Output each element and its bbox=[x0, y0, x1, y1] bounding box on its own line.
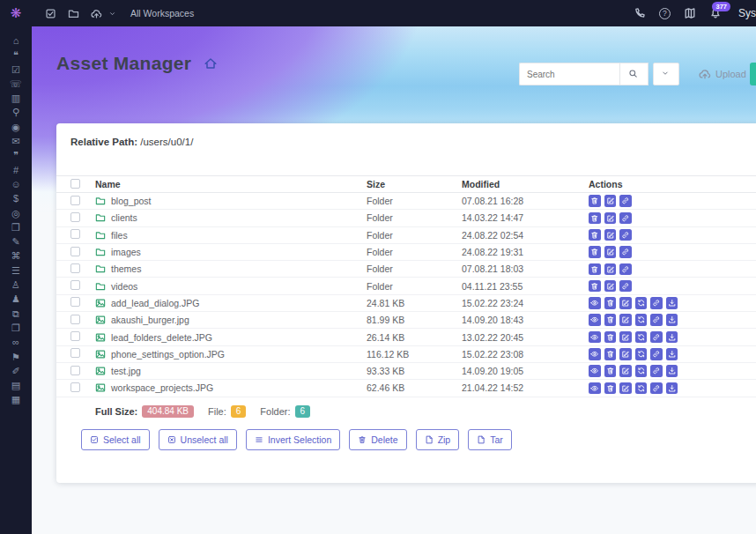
row-checkbox[interactable] bbox=[70, 212, 80, 222]
sync-action-button[interactable] bbox=[635, 382, 648, 395]
phone-icon[interactable]: ☏ bbox=[10, 78, 22, 89]
row-checkbox[interactable] bbox=[70, 196, 80, 205]
tag-icon[interactable]: ⚑ bbox=[11, 352, 20, 362]
file-name[interactable]: files bbox=[111, 230, 128, 241]
search-options-button[interactable] bbox=[653, 63, 679, 85]
view-action-button[interactable] bbox=[589, 314, 601, 326]
grid-icon[interactable]: ▦ bbox=[11, 394, 20, 404]
delete-action-button[interactable] bbox=[589, 280, 601, 293]
download-action-button[interactable] bbox=[666, 297, 678, 309]
workspace-selector[interactable]: All Workspaces bbox=[130, 8, 194, 19]
add-user-icon[interactable]: ☺ bbox=[11, 179, 20, 189]
file-name[interactable]: themes bbox=[111, 263, 141, 274]
file-name[interactable]: clients bbox=[111, 212, 137, 223]
view-action-button[interactable] bbox=[589, 365, 601, 377]
mail-icon[interactable]: ✉ bbox=[11, 136, 19, 146]
row-checkbox[interactable] bbox=[70, 297, 80, 307]
file-name[interactable]: videos bbox=[111, 281, 137, 292]
link-action-button[interactable] bbox=[650, 382, 663, 395]
edit-action-button[interactable] bbox=[619, 365, 632, 377]
edit-action-button[interactable] bbox=[604, 195, 617, 207]
eye-icon[interactable]: ◉ bbox=[11, 122, 20, 132]
row-checkbox[interactable] bbox=[70, 280, 80, 290]
delete-action-button[interactable] bbox=[604, 348, 617, 360]
user-menu[interactable]: System bbox=[738, 7, 756, 19]
edit-action-button[interactable] bbox=[604, 229, 617, 241]
row-checkbox[interactable] bbox=[70, 366, 80, 375]
tasks-icon[interactable]: ☑ bbox=[11, 64, 20, 75]
list-icon[interactable]: ☰ bbox=[11, 265, 20, 276]
home-icon[interactable] bbox=[204, 56, 218, 70]
hash-icon[interactable]: # bbox=[13, 165, 19, 175]
link-action-button[interactable] bbox=[619, 212, 632, 225]
link-action-button[interactable] bbox=[650, 348, 663, 360]
tar-button[interactable]: Tar bbox=[468, 429, 512, 450]
infinity-icon[interactable]: ∞ bbox=[12, 337, 19, 347]
row-checkbox[interactable] bbox=[70, 382, 80, 392]
view-action-button[interactable] bbox=[589, 297, 601, 309]
chevron-down-icon[interactable] bbox=[108, 10, 116, 18]
notifications-bell-icon[interactable]: 377 bbox=[709, 7, 722, 19]
download-action-button[interactable] bbox=[666, 314, 678, 326]
cloud-upload-icon[interactable] bbox=[91, 8, 102, 19]
edit-action-button[interactable] bbox=[604, 246, 617, 258]
edit-action-button[interactable] bbox=[619, 297, 632, 309]
row-checkbox[interactable] bbox=[70, 331, 80, 341]
delete-button[interactable]: Delete bbox=[349, 429, 406, 450]
view-action-button[interactable] bbox=[589, 382, 601, 395]
upload-button[interactable]: Upload bbox=[699, 68, 746, 80]
download-action-button[interactable] bbox=[666, 331, 678, 344]
edit-action-button[interactable] bbox=[619, 348, 632, 360]
delete-action-button[interactable] bbox=[589, 195, 601, 207]
file-name[interactable]: akaushi_burger.jpg bbox=[111, 315, 189, 325]
folder-icon[interactable] bbox=[68, 8, 79, 19]
add-button[interactable] bbox=[750, 63, 756, 85]
search-input[interactable] bbox=[519, 63, 619, 85]
row-checkbox[interactable] bbox=[70, 315, 80, 324]
select-all-button[interactable]: Select all bbox=[81, 429, 150, 450]
row-checkbox[interactable] bbox=[70, 263, 80, 273]
edit-action-button[interactable] bbox=[619, 314, 632, 326]
box-icon[interactable]: ❐ bbox=[11, 323, 20, 333]
sync-action-button[interactable] bbox=[635, 365, 648, 377]
delete-action-button[interactable] bbox=[589, 246, 601, 258]
row-checkbox[interactable] bbox=[70, 348, 80, 358]
delete-action-button[interactable] bbox=[604, 297, 617, 309]
column-header-modified[interactable]: Modified bbox=[462, 179, 589, 189]
delete-action-button[interactable] bbox=[604, 314, 617, 326]
edit-icon[interactable]: ✎ bbox=[11, 236, 19, 247]
invert-selection-button[interactable]: Invert Selection bbox=[246, 429, 340, 450]
edit-action-button[interactable] bbox=[619, 331, 632, 344]
tasks-icon[interactable] bbox=[45, 8, 56, 19]
copy-icon[interactable]: ⧉ bbox=[12, 308, 19, 319]
search-button[interactable] bbox=[619, 63, 649, 85]
link-action-button[interactable] bbox=[619, 263, 632, 276]
zip-button[interactable]: Zip bbox=[416, 429, 460, 450]
link-action-button[interactable] bbox=[619, 195, 632, 207]
comment-icon[interactable]: ❞ bbox=[13, 150, 19, 160]
download-action-button[interactable] bbox=[666, 348, 678, 360]
doc-icon[interactable]: ▤ bbox=[11, 380, 20, 390]
home-icon[interactable]: ⌂ bbox=[13, 35, 19, 46]
file-name[interactable]: lead_folders_delete.JPG bbox=[111, 332, 212, 343]
edit-action-button[interactable] bbox=[604, 263, 617, 276]
app-logo-icon[interactable]: ❋ bbox=[0, 5, 32, 21]
sync-action-button[interactable] bbox=[635, 297, 648, 309]
delete-action-button[interactable] bbox=[604, 365, 617, 377]
row-checkbox[interactable] bbox=[70, 229, 80, 239]
link-action-button[interactable] bbox=[650, 331, 663, 344]
search-icon[interactable]: ⚲ bbox=[12, 107, 19, 117]
file-name[interactable]: blog_post bbox=[111, 196, 152, 206]
chart-icon[interactable]: ▥ bbox=[11, 93, 20, 103]
select-all-checkbox[interactable] bbox=[70, 179, 80, 189]
link-action-button[interactable] bbox=[650, 365, 663, 377]
link-action-button[interactable] bbox=[650, 297, 663, 309]
delete-action-button[interactable] bbox=[589, 229, 601, 241]
delete-action-button[interactable] bbox=[604, 382, 617, 395]
target-icon[interactable]: ◎ bbox=[11, 208, 20, 219]
view-action-button[interactable] bbox=[589, 348, 601, 360]
file-name[interactable]: workspace_projects.JPG bbox=[111, 382, 213, 393]
link-action-button[interactable] bbox=[619, 280, 632, 293]
phone-icon[interactable] bbox=[634, 7, 646, 19]
file-name[interactable]: phone_settings_option.JPG bbox=[111, 349, 225, 360]
